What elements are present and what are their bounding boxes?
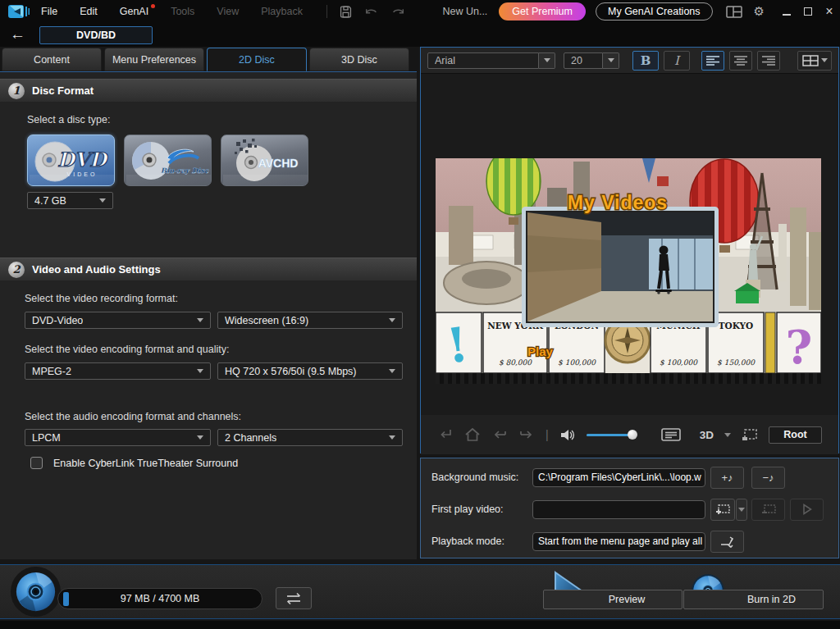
home-icon[interactable] [464,427,481,442]
bottom-strip [0,621,840,629]
menu-genai[interactable]: GenAI [120,6,148,17]
section-video-audio: 2 Video and Audio Settings [0,258,417,280]
aspect-ratio-dropdown[interactable]: Widescreen (16:9) [217,312,403,329]
volume-slider[interactable] [587,430,636,440]
video-thumbnail[interactable] [524,209,717,326]
audio-format-dropdown[interactable]: LPCM [25,429,211,446]
playback-mode-row: Playback mode: Start from the menu page … [421,531,838,552]
previous-icon[interactable] [491,428,508,441]
tab-content[interactable]: Content [2,48,102,71]
bold-button[interactable]: B [632,51,659,71]
disc-settings-panel: 1 Disc Format Select a disc type: DVD VI… [0,71,417,559]
tab-menu-preferences[interactable]: Menu Preferences [104,48,204,71]
bottom-bar: 97 MB / 4700 MB Preview Burn in 2D [0,564,840,619]
maximize-button[interactable] [797,5,819,18]
background-music-field[interactable]: C:\Program Files\CyberLink\...\loop.w [532,468,705,487]
align-center-button[interactable] [729,51,752,71]
first-play-row: First play video: [421,499,838,520]
recording-format-label: Select the video recording format: [25,293,178,304]
close-button[interactable]: × [819,4,840,19]
display-mode-icon[interactable] [742,428,758,441]
dvd-menu-preview[interactable]: ! NEW YORK $ 80,000 LONDON $ 100,000 MUN… [436,158,821,373]
notification-dot [151,4,155,8]
menu-edit[interactable]: Edit [80,6,98,17]
get-premium-button[interactable]: Get Premium [499,2,586,21]
tab-3d-disc[interactable]: 3D Disc [309,48,409,71]
preview-stage: ! NEW YORK $ 80,000 LONDON $ 100,000 MUN… [421,74,838,415]
menu-genai-label: GenAI [120,6,148,17]
play-button-text[interactable]: Play [527,344,554,358]
truetheater-row: Enable CyberLink TrueTheater Surround [30,457,238,469]
playback-mode-button[interactable] [710,531,744,553]
disc-type-bluray-button[interactable]: Blu-ray Disc [124,134,212,186]
menu-settings-panel: Background music: C:\Program Files\Cyber… [420,458,839,558]
font-family-dropdown[interactable]: Arial [427,52,539,69]
question-square: ? [786,320,813,373]
settings-gear-icon[interactable]: ⚙ [754,4,765,19]
square-price: $ 80,000 [499,358,532,367]
capacity-text: 97 MB / 4700 MB [58,589,262,608]
font-size-dropdown-arrow[interactable] [603,52,619,69]
recording-format-dropdown[interactable]: DVD-Video [25,312,211,329]
burn-in-2d-button[interactable]: Burn in 2D [683,590,824,609]
playback-mode-label: Playback mode: [431,536,504,547]
channels-dropdown[interactable]: 2 Channels [217,429,403,446]
chevron-down-icon [821,58,828,62]
disc-type-avchd-button[interactable]: AVCHD [221,134,308,186]
switch-display-button[interactable] [276,587,312,609]
align-right-button[interactable] [757,51,780,71]
remove-music-button[interactable]: −♪ [751,467,785,489]
menu-list-icon[interactable] [661,427,681,442]
avchd-logo-text: AVCHD [258,157,299,170]
tab-strip: Content Menu Preferences 2D Disc 3D Disc [2,48,409,71]
3d-mode-label[interactable]: 3D [700,429,714,441]
colosseum-inner [462,269,511,289]
nav-row: ← DVD/BD [0,23,840,47]
remove-first-play-video-button [751,499,785,521]
volume-knob[interactable] [628,430,637,440]
first-play-field[interactable] [532,500,705,519]
toolbar-divider [326,5,327,18]
3d-mode-chevron-icon[interactable] [724,433,731,437]
font-family-dropdown-arrow[interactable] [539,52,555,69]
minimize-button[interactable] [776,5,797,18]
background-music-label: Background music: [431,472,518,483]
truetheater-checkbox[interactable] [30,457,43,469]
dvd-bd-mode-tab[interactable]: DVD/BD [39,26,153,44]
return-icon[interactable] [437,427,454,442]
add-music-button[interactable]: +♪ [710,467,744,489]
square-price: $ 100,000 [660,358,698,367]
audio-format-value: LPCM [32,432,61,444]
font-size-dropdown[interactable]: 20 [564,52,603,69]
section-2-title: Video and Audio Settings [32,263,161,276]
workspace-layout-icon[interactable] [726,6,742,18]
select-disc-type-label: Select a disc type: [27,114,110,125]
minimize-glyph [783,14,791,16]
next-icon[interactable] [518,428,535,441]
save-icon[interactable] [339,5,353,19]
align-left-button[interactable] [701,51,724,71]
maximize-glyph [804,7,812,16]
my-genai-creations-button[interactable]: My GenAI Creations [596,2,713,21]
add-first-play-video-button[interactable] [710,499,735,521]
playback-mode-field[interactable]: Start from the menu page and play all [532,532,705,551]
menu-title-text[interactable]: My Videos [568,192,668,213]
preview-controls: | 3D Root [421,415,838,454]
first-play-dropdown-arrow[interactable] [736,499,747,521]
redo-icon [390,6,405,17]
menu-file[interactable]: File [41,6,57,17]
table-layout-button[interactable] [797,51,832,71]
volume-icon[interactable] [559,428,576,442]
truetheater-label: Enable CyberLink TrueTheater Surround [53,458,238,469]
back-arrow-button[interactable]: ← [10,25,25,43]
volume-fill [587,434,630,436]
encoding-format-dropdown[interactable]: MPEG-2 [25,362,211,380]
disc-type-dvd-button[interactable]: DVD VIDEO [27,134,115,186]
tab-2d-disc[interactable]: 2D Disc [207,48,307,71]
root-button[interactable]: Root [769,426,822,444]
preview-button[interactable]: Preview [543,590,682,609]
quality-dropdown[interactable]: HQ 720 x 576/50i (9.5 Mbps) [217,362,403,380]
disc-capacity-dropdown[interactable]: 4.7 GB [27,192,113,209]
italic-button[interactable]: I [664,51,690,71]
menu-view: View [217,6,239,17]
